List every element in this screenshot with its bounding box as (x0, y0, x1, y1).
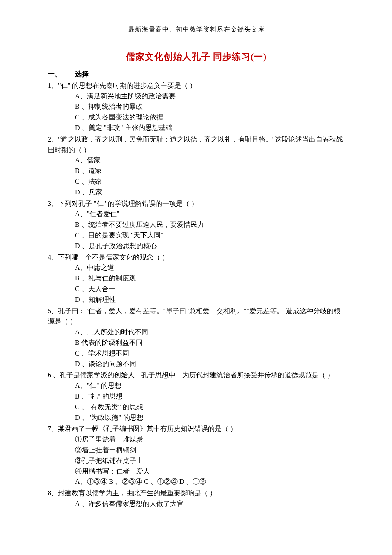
q2-option-a: A、儒家 (75, 155, 345, 166)
title-line: 儒家文化创始人孔子 同步练习(一) (48, 50, 345, 64)
q1-option-a: A、满足新兴地主阶级的政治需要 (75, 91, 345, 102)
header-rule (48, 37, 345, 37)
q3-option-a: A、"仁者爱仁" (75, 209, 345, 220)
q5-option-d: D 、谈论的问题不同 (75, 359, 345, 370)
q1-option-d: D 、奠定 "非攻" 主张的思想基础 (75, 123, 345, 133)
q5-option-a: A、二人所处的时代不同 (75, 327, 345, 338)
q3-option-d: D 、是孔子政治思想的核心 (75, 241, 345, 251)
q5-stem: 5、孔子曰："仁者，爱人，爱有差等。"墨子曰"兼相爱，交相利。""爱无差等。"造… (48, 306, 345, 327)
q3-option-c: C 、目的是要实现 "天下大同" (75, 230, 345, 241)
q4-option-b: B 、礼与仁的制度观 (75, 273, 345, 284)
q1-option-c: C 、成为各国变法的理论依据 (75, 112, 345, 123)
q3-option-b: B 、统治者不要过度压迫人民，要爱惜民力 (75, 220, 345, 230)
q7-item-4: ④用楷书写：仁者，爱人 (75, 466, 345, 477)
q1-option-b: B 、抑制统治者的暴政 (75, 101, 345, 112)
q6-option-b: B 、"礼" 的思想 (75, 391, 345, 402)
q5-option-c: C 、学术思想不同 (75, 348, 345, 359)
q8-option-a: A 、许多信奉儒家思想的人做了大官 (75, 499, 345, 509)
q4-option-d: D 、知解理性 (75, 295, 345, 305)
q6-option-c: C 、"有教无类" 的思想 (75, 402, 345, 413)
q2-stem: 2、"道之以政，齐之以刑，民免而无耻；道之以德，齐之以礼，有耻且格。"这段论述当… (48, 134, 345, 156)
q7-stem: 7、某君画了一幅《孔子编书图》其中有历史知识错误的是（ ） (48, 424, 345, 434)
q7-item-2: ②墙上挂着一柄铜剑 (75, 445, 345, 456)
q4-option-c: C 、天人合一 (75, 284, 345, 295)
q6-stem: 6 、孔子是儒家学派的创始人，孔子思想中，为历代封建统治者所接受并传承的道德规范… (48, 370, 345, 381)
q5-option-b: B 代表的阶级利益不同 (75, 338, 345, 348)
document-title: 儒家文化创始人孔子 同步练习(一) (126, 52, 267, 62)
q4-option-a: A、中庸之道 (75, 263, 345, 273)
q6-option-a: A、"仁" 的思想 (75, 381, 345, 391)
page-header: 最新海量高中、初中教学资料尽在金锄头文库 (48, 25, 345, 37)
q1-stem: 1、"仁" 的思想在先秦时期的进步意义主要是（ ） (48, 81, 345, 91)
section-number: 一、 (48, 69, 61, 80)
q3-stem: 3、下列对孔子 "仁" 的学说理解错误的一项是（ ） (48, 199, 345, 209)
q7-options-line: A、①③④ B 、②③④ C 、①②④ D 、①② (75, 477, 345, 487)
q2-option-c: C 、法家 (75, 176, 345, 187)
q8-stem: 8、封建教育以儒学为主，由此产生的最重要影响是（ ） (48, 488, 345, 499)
q7-item-3: ③孔子把纸铺在桌子上 (75, 456, 345, 466)
section-label: 选择 (75, 69, 89, 80)
q2-option-b: B 、道家 (75, 166, 345, 176)
document-page: 最新海量高中、初中教学资料尽在金锄头文库 儒家文化创始人孔子 同步练习(一) 一… (0, 0, 392, 555)
q6-option-d: D 、"为政以德" 的思想 (75, 413, 345, 423)
q2-option-d: D 、兵家 (75, 187, 345, 198)
q4-stem: 4、下列哪一个不是儒家文化的观念（ ） (48, 252, 345, 263)
section-heading: 一、 选择 (48, 69, 345, 80)
q7-item-1: ①房子里烧着一堆煤炭 (75, 434, 345, 445)
